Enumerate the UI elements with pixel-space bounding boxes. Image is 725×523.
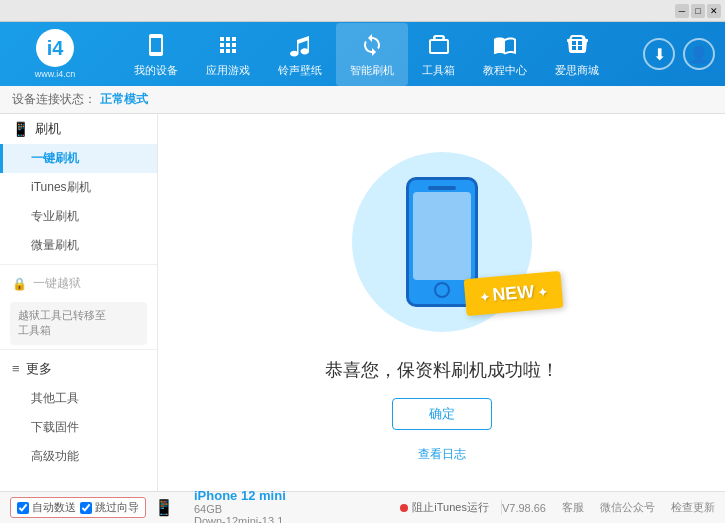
logo-text: www.i4.cn [35, 69, 76, 79]
phone-icon [142, 31, 170, 59]
nav-apps-games-label: 应用游戏 [206, 63, 250, 78]
sidebar-item-advanced[interactable]: 高级功能 [0, 442, 157, 471]
device-info: iPhone 12 mini 64GB Down-12mini-13,1 [186, 488, 286, 523]
sidebar-divider-1 [0, 264, 157, 265]
wechat-link[interactable]: 微信公众号 [600, 500, 655, 515]
sidebar-item-downgrade-flash[interactable]: 微量刷机 [0, 231, 157, 260]
nav-toolbox[interactable]: 工具箱 [408, 23, 469, 86]
sidebar-item-itunes-flash[interactable]: iTunes刷机 [0, 173, 157, 202]
nav-ringtones[interactable]: 铃声壁纸 [264, 23, 336, 86]
support-link[interactable]: 客服 [562, 500, 584, 515]
sidebar-section-flash[interactable]: 📱 刷机 [0, 114, 157, 144]
red-dot-icon [400, 504, 408, 512]
sidebar: 📱 刷机 一键刷机 iTunes刷机 专业刷机 微量刷机 🔒 一键越狱 越狱工具… [0, 114, 158, 491]
nav-my-device-label: 我的设备 [134, 63, 178, 78]
bottom-left: 自动数送 跳过向导 📱 iPhone 12 mini 64GB Down-12m… [10, 488, 400, 523]
main-container: 📱 刷机 一键刷机 iTunes刷机 专业刷机 微量刷机 🔒 一键越狱 越狱工具… [0, 114, 725, 491]
status-value: 正常模式 [100, 91, 148, 108]
grid-icon [214, 31, 242, 59]
status-bar: 设备连接状态： 正常模式 [0, 86, 725, 114]
close-button[interactable]: ✕ [707, 4, 721, 18]
nav-smart-flash-label: 智能刷机 [350, 63, 394, 78]
sidebar-item-pro-flash[interactable]: 专业刷机 [0, 202, 157, 231]
bottom-bar: 自动数送 跳过向导 📱 iPhone 12 mini 64GB Down-12m… [0, 491, 725, 523]
nav-bar: 我的设备 应用游戏 铃声壁纸 智能刷机 工具箱 [100, 23, 633, 86]
auto-send-checkbox[interactable] [17, 502, 29, 514]
sparkle-bottom-left: ✦ [362, 298, 375, 317]
nav-smart-flash[interactable]: 智能刷机 [336, 23, 408, 86]
nav-tutorial-label: 教程中心 [483, 63, 527, 78]
device-icon: 📱 [154, 498, 174, 517]
checkbox-group: 自动数送 跳过向导 [10, 497, 146, 518]
logo: i4 www.i4.cn [10, 29, 100, 79]
maximize-button[interactable]: □ [691, 4, 705, 18]
nav-ringtones-label: 铃声壁纸 [278, 63, 322, 78]
version-label: V7.98.66 [502, 502, 546, 514]
sidebar-divider-2 [0, 349, 157, 350]
auto-send-checkbox-group: 自动数送 [17, 500, 76, 515]
device-os: Down-12mini-13,1 [194, 515, 286, 523]
phone-screen [413, 192, 471, 280]
phone-speaker [428, 186, 456, 190]
refresh-icon [358, 31, 386, 59]
auto-send-label: 自动数送 [32, 500, 76, 515]
download-button[interactable]: ⬇ [643, 38, 675, 70]
phone-home-button [434, 282, 450, 298]
sparkle-top-left: ✦ [367, 162, 380, 181]
header: i4 www.i4.cn 我的设备 应用游戏 铃声壁纸 [0, 22, 725, 86]
sidebar-jailbreak-label: 一键越狱 [33, 275, 81, 292]
sparkle-top-right: ✦ [509, 157, 522, 176]
title-bar: ─ □ ✕ [0, 0, 725, 22]
logo-icon: i4 [47, 37, 64, 60]
skip-wizard-checkbox-group: 跳过向导 [80, 500, 139, 515]
store-icon [563, 31, 591, 59]
nav-toolbox-label: 工具箱 [422, 63, 455, 78]
nav-my-device[interactable]: 我的设备 [120, 23, 192, 86]
sidebar-item-one-click-flash[interactable]: 一键刷机 [0, 144, 157, 173]
itunes-status-label: 阻止iTunes运行 [412, 500, 489, 515]
book-icon [491, 31, 519, 59]
nav-store-label: 爱思商城 [555, 63, 599, 78]
bottom-right: V7.98.66 客服 微信公众号 检查更新 [502, 500, 715, 515]
music-icon [286, 31, 314, 59]
history-link[interactable]: 查看日志 [418, 446, 466, 463]
new-badge: NEW [463, 271, 563, 316]
check-update-link[interactable]: 检查更新 [671, 500, 715, 515]
nav-tutorial[interactable]: 教程中心 [469, 23, 541, 86]
sidebar-section-more-label: 更多 [26, 360, 52, 378]
title-bar-controls: ─ □ ✕ [675, 4, 721, 18]
nav-apps-games[interactable]: 应用游戏 [192, 23, 264, 86]
skip-wizard-label: 跳过向导 [95, 500, 139, 515]
sidebar-jailbreak-note: 越狱工具已转移至工具箱 [10, 302, 147, 345]
menu-icon: ≡ [12, 361, 20, 376]
sidebar-jailbreak-grayed: 🔒 一键越狱 [0, 269, 157, 298]
device-name: iPhone 12 mini [194, 488, 286, 503]
nav-store[interactable]: 爱思商城 [541, 23, 613, 86]
header-actions: ⬇ 👤 [643, 38, 715, 70]
sidebar-item-other-tools[interactable]: 其他工具 [0, 384, 157, 413]
sidebar-section-more[interactable]: ≡ 更多 [0, 354, 157, 384]
logo-circle: i4 [36, 29, 74, 67]
itunes-status: 阻止iTunes运行 [400, 500, 502, 515]
device-storage: 64GB [194, 503, 286, 515]
sidebar-section-flash-label: 刷机 [35, 120, 61, 138]
success-text: 恭喜您，保资料刷机成功啦！ [325, 358, 559, 382]
content-area: ✦ ✦ ✦ NEW 恭喜您，保资料刷机成功啦！ 确定 查看日志 [158, 114, 725, 491]
status-label: 设备连接状态： [12, 91, 96, 108]
phone-illustration: ✦ ✦ ✦ NEW [342, 142, 542, 342]
lock-icon: 🔒 [12, 277, 27, 291]
flash-icon: 📱 [12, 121, 29, 137]
user-button[interactable]: 👤 [683, 38, 715, 70]
minimize-button[interactable]: ─ [675, 4, 689, 18]
briefcase-icon [425, 31, 453, 59]
confirm-button[interactable]: 确定 [392, 398, 492, 430]
sidebar-item-download-firmware[interactable]: 下载固件 [0, 413, 157, 442]
skip-wizard-checkbox[interactable] [80, 502, 92, 514]
